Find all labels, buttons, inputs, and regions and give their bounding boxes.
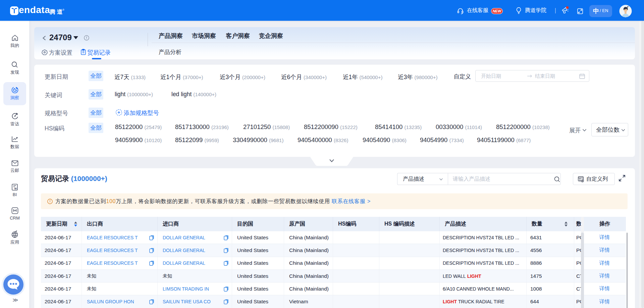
- svg-text:BI: BI: [14, 187, 17, 190]
